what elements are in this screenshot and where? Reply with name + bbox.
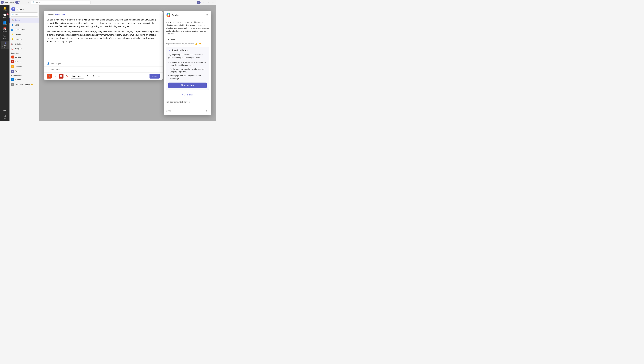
add-people-icon: 👤	[47, 62, 50, 65]
calendar-icon: 📅	[3, 28, 6, 30]
post-button-label: Post	[152, 75, 156, 77]
back-button[interactable]: ‹	[22, 1, 26, 4]
nav-item-storyline[interactable]: 📖 Storyline	[10, 42, 39, 46]
send-icon: ➤	[206, 109, 208, 112]
chat-label: Chat	[3, 17, 6, 19]
forward-button[interactable]: ›	[26, 1, 30, 4]
nav-item-analytics[interactable]: 📊 Analytics	[10, 46, 39, 51]
add-people-row[interactable]: 👤 Add people	[44, 61, 162, 67]
teams-icon: 👥	[3, 21, 6, 24]
left-panel-search[interactable]: 🔍 Search	[11, 13, 38, 17]
leaders-icon: ⭐	[11, 34, 14, 36]
sidebar: 🔔 Activity 💬 Chat 1 👥 Teams 📅 Calendar	[0, 5, 10, 121]
sidebar-item-teams[interactable]: 👥 Teams	[0, 20, 9, 26]
close-icon: ×	[206, 14, 208, 16]
sidebar-item-chat[interactable]: 💬 Chat 1	[0, 13, 9, 19]
home-icon: 🏠	[12, 19, 14, 21]
copilot-panel: Copilot × where curiosity never grows ol…	[164, 11, 211, 115]
maximize-button[interactable]: □	[206, 1, 210, 4]
italic-button[interactable]: I	[91, 74, 96, 79]
paragraph-dropdown[interactable]: Paragraph ▾	[70, 74, 84, 79]
calendar-label: Calendar	[2, 31, 8, 32]
community-connect-label: Conne...	[16, 79, 22, 81]
nav-item-leaders[interactable]: ⭐ Leaders	[10, 32, 39, 37]
nav-item-home[interactable]: 🏠 Home	[10, 18, 39, 23]
engage-title: Engage	[16, 8, 24, 11]
show-me-how-label: Show me how	[181, 84, 194, 86]
copilot-added-button[interactable]: ✓ Added	[166, 37, 177, 41]
card-icon: ✦	[168, 49, 170, 52]
char-count: 0/2000	[166, 110, 171, 112]
more-formatting-button[interactable]: •••	[97, 74, 102, 79]
copilot-close-button[interactable]: ×	[205, 13, 209, 17]
close-button[interactable]: ✕	[211, 1, 215, 4]
community-helpdesk-label: Help Desk Support 🔒	[16, 83, 33, 85]
attachment-dropdown[interactable]: ▾	[53, 74, 58, 79]
post-as-name[interactable]: Mona Kane	[55, 14, 65, 16]
storyline-label: Storyline	[15, 43, 22, 45]
nav-item-answers[interactable]: 💡 Answers	[10, 37, 39, 42]
communities-section-label: Communities	[10, 74, 39, 77]
fav-item-sales[interactable]: S Sales M...	[10, 64, 39, 69]
communities-icon: 👥	[11, 29, 14, 31]
search-icon-small: 🔍	[12, 14, 14, 16]
post-button[interactable]: Post	[150, 74, 160, 79]
thumbs-down-button[interactable]: 👎	[199, 43, 201, 45]
svg-point-4	[168, 14, 169, 16]
mention-button[interactable]: 🔖	[65, 74, 70, 79]
sidebar-item-more[interactable]: •••	[0, 109, 9, 113]
fav-item-women[interactable]: W Wome...	[10, 69, 39, 74]
card-title: Keep it authentic	[172, 49, 188, 51]
paragraph-label: Paragraph	[72, 75, 81, 77]
fav-all-label: All co...	[16, 56, 21, 58]
user-avatar[interactable]: M	[197, 1, 200, 4]
post-content-area[interactable]: Unlock the secrets of impactful mentors …	[44, 16, 162, 60]
community-item-helpdesk[interactable]: H Help Desk Support 🔒	[10, 82, 39, 87]
sidebar-item-viva-engage[interactable]: ⬡ Viva Engage	[0, 41, 9, 49]
more-ideas-button[interactable]: ✦ More ideas	[180, 93, 194, 97]
fav-item-giving[interactable]: ♥ Giving	[10, 59, 39, 64]
fav-giving-label: Giving	[16, 61, 20, 63]
calls-label: Calls	[3, 38, 6, 39]
copilot-content: where curiosity never grows old. Finding…	[164, 19, 211, 99]
post-toolbar: 📎 ▾ 🖼 🔖 Paragraph ▾ B	[44, 73, 162, 80]
nav-controls: ‹ ›	[22, 1, 30, 4]
post-paragraph-2: Effective mentors are not just teachers …	[47, 30, 160, 43]
sidebar-item-activity[interactable]: 🔔 Activity	[0, 6, 9, 12]
thumbs-up-button[interactable]: 👍	[195, 43, 198, 45]
send-button[interactable]: ➤	[205, 109, 209, 113]
women-icon: W	[11, 70, 14, 73]
nav-item-mona[interactable]: 👤 Mona	[10, 23, 39, 27]
viva-engage-label: Viva Engage	[1, 45, 8, 48]
bold-label: B	[87, 75, 88, 77]
image-button[interactable]: 🖼	[59, 74, 64, 79]
sidebar-item-calls-wrapper: 📞 Calls	[0, 34, 9, 40]
sparkle-icon: ✦	[182, 94, 183, 96]
nav-item-communities[interactable]: 👥 Communities	[10, 27, 39, 32]
viva-engage-icon: ⬡	[4, 42, 6, 44]
home-label: Home	[15, 19, 20, 21]
new-teams-toggle[interactable]	[15, 1, 20, 4]
sidebar-item-calendar[interactable]: 📅 Calendar	[0, 27, 9, 33]
engage-header: E Engage	[10, 6, 39, 13]
dropdown-chevron-icon: ▾	[82, 75, 82, 77]
minimize-button[interactable]: ─	[202, 1, 205, 4]
add-people-label: Add people	[51, 62, 61, 65]
bold-button[interactable]: B	[85, 74, 90, 79]
community-item-connect[interactable]: C Conne...	[10, 77, 39, 82]
sidebar-item-apps[interactable]: ⊞ Apps	[0, 114, 9, 120]
copilot-input-field[interactable]	[166, 101, 209, 108]
add-topics-row[interactable]: 🏷 Add topics	[44, 67, 162, 73]
post-footer: 👤 Add people 🏷 Add topics 📎 ▾ 🖼 🔖	[44, 60, 162, 80]
checkmark-icon: ✓	[168, 38, 170, 40]
global-search[interactable]: 🔍 Search	[31, 1, 90, 4]
sidebar-item-calls[interactable]: 📞 Calls	[0, 34, 9, 40]
apps-icon: ⊞	[4, 115, 6, 117]
sidebar-item-activity-wrapper: 🔔 Activity	[0, 6, 9, 12]
communities-label: Communities	[15, 29, 25, 31]
show-me-how-button[interactable]: Show me how	[168, 83, 206, 88]
attachment-button[interactable]: 📎	[47, 74, 52, 79]
search-placeholder: Search	[35, 1, 40, 4]
fav-item-all[interactable]: A All co...	[10, 55, 39, 59]
bullet-3: Fill in gaps with your experience and kn…	[168, 74, 206, 81]
